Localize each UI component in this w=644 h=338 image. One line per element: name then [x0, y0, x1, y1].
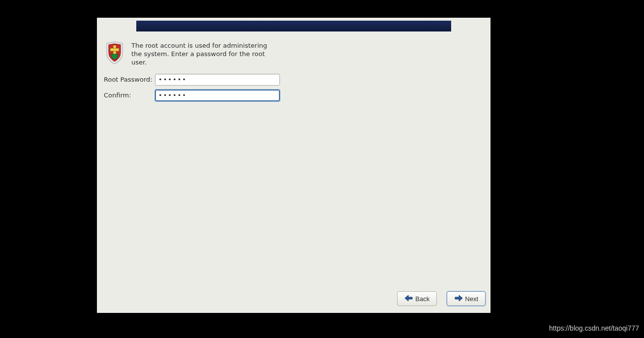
- button-bar: Back Next: [97, 285, 491, 313]
- svg-rect-1: [110, 48, 119, 51]
- arrow-right-icon: [454, 295, 463, 303]
- content-area: The root account is used for administeri…: [97, 31, 491, 285]
- back-button-label: Back: [415, 295, 429, 303]
- password-form: Root Password: Confirm:: [104, 74, 484, 101]
- next-button-label: Next: [465, 295, 478, 303]
- watermark: https://blog.csdn.net/taoqi777: [549, 324, 639, 332]
- intro-text: The root account is used for administeri…: [131, 41, 269, 67]
- confirm-password-input[interactable]: [155, 90, 280, 101]
- root-password-label: Root Password:: [104, 76, 155, 83]
- intro-row: The root account is used for administeri…: [104, 41, 484, 67]
- header-banner: [136, 21, 451, 31]
- back-button[interactable]: Back: [397, 291, 437, 306]
- installer-window: The root account is used for administeri…: [97, 18, 491, 313]
- root-password-input[interactable]: [155, 74, 280, 86]
- shield-icon: [104, 41, 125, 65]
- arrow-left-icon: [404, 295, 413, 303]
- next-button[interactable]: Next: [447, 291, 486, 306]
- confirm-password-label: Confirm:: [104, 92, 155, 99]
